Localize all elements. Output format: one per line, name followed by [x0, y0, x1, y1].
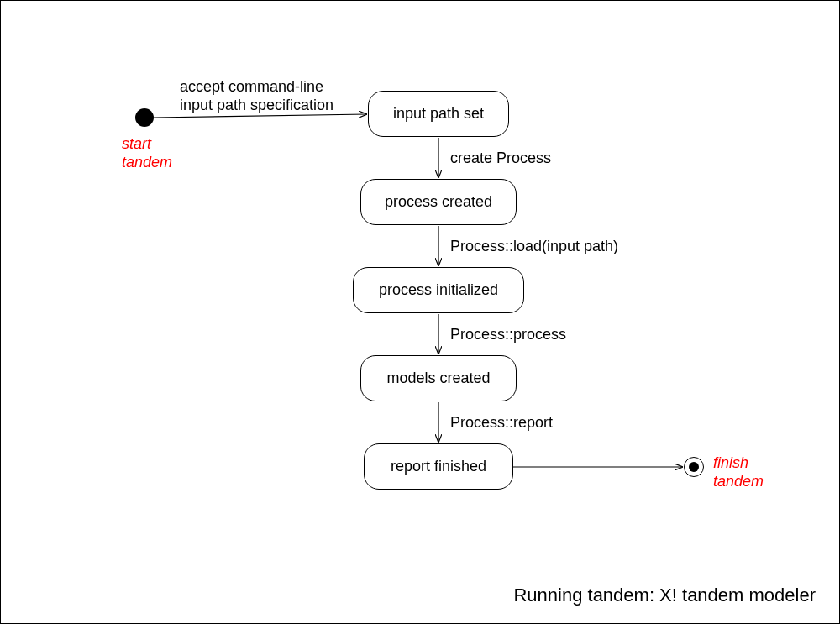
transition-label-process: Process::process: [450, 326, 566, 344]
transition-label-report: Process::report: [450, 414, 553, 433]
transition-label-load: Process::load(input path): [450, 238, 618, 256]
state-models-created: models created: [360, 355, 517, 401]
state-process-initialized: process initialized: [353, 267, 524, 313]
end-node: [684, 457, 704, 477]
start-label: start tandem: [122, 135, 172, 171]
state-report-finished: report finished: [364, 443, 513, 490]
transition-label-create: create Process: [450, 149, 551, 168]
state-label: models created: [386, 370, 490, 387]
state-label: input path set: [393, 105, 484, 123]
state-input-path-set: input path set: [368, 91, 509, 137]
diagram-caption: Running tandem: X! tandem modeler: [513, 585, 816, 606]
end-label: finish tandem: [713, 454, 764, 490]
state-process-created: process created: [360, 179, 517, 225]
state-label: report finished: [391, 458, 486, 475]
state-label: process created: [385, 193, 492, 211]
transition-label-accept: accept command-line input path specifica…: [180, 78, 333, 114]
start-node: [135, 108, 154, 127]
svg-line-0: [154, 114, 366, 118]
state-label: process initialized: [379, 281, 498, 299]
diagram-frame: start tandem input path set process crea…: [0, 0, 840, 624]
